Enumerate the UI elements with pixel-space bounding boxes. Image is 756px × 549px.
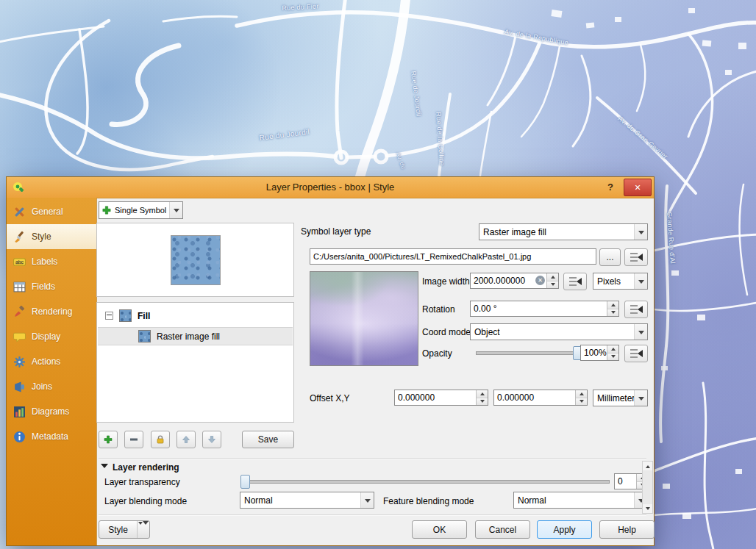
sidebar-item-rendering[interactable]: Rendering <box>7 299 96 324</box>
coord-mode-value: Object <box>471 327 634 337</box>
browse-button[interactable]: ... <box>599 248 621 266</box>
help-button[interactable]: ? <box>602 180 618 195</box>
layer-properties-dialog: Layer Properties - bbox | Style ? ✕ Gene… <box>6 176 655 546</box>
image-path-input[interactable] <box>310 248 596 265</box>
raster-fill-symbol-icon <box>138 330 151 342</box>
data-defined-button[interactable] <box>563 273 587 290</box>
help-button-footer[interactable]: Help <box>599 520 655 539</box>
sidebar-item-metadata[interactable]: Metadata <box>7 424 96 449</box>
spin-down-button[interactable] <box>477 398 488 406</box>
coord-mode-combo[interactable]: Object <box>470 323 648 340</box>
coord-mode-label: Coord mode <box>422 327 471 337</box>
layer-blending-mode-combo[interactable]: Normal <box>240 492 374 509</box>
offset-unit-combo[interactable]: Millimeter <box>593 390 648 406</box>
symbol-layer-type-combo[interactable]: Raster image fill <box>479 223 648 240</box>
layer-rendering-header[interactable]: Layer rendering <box>101 462 179 473</box>
up-arrow-icon <box>181 434 191 445</box>
spin-up-button[interactable] <box>607 345 618 353</box>
sidebar-item-general[interactable]: General <box>7 199 96 224</box>
style-menu-button[interactable]: Style <box>99 520 150 539</box>
data-defined-button[interactable] <box>624 345 648 362</box>
ok-button[interactable]: OK <box>412 520 467 539</box>
sidebar-item-joins[interactable]: Joins <box>7 374 96 399</box>
opacity-value: 100% <box>581 345 607 360</box>
slider-handle[interactable] <box>240 475 250 489</box>
spin-down-button[interactable] <box>547 281 558 289</box>
style-menu-label: Style <box>99 525 137 535</box>
single-symbol-icon <box>102 206 111 215</box>
sidebar-item-actions[interactable]: Actions <box>7 349 96 374</box>
image-width-unit-combo[interactable]: Pixels <box>593 273 648 290</box>
add-symbol-layer-button[interactable] <box>99 431 118 448</box>
image-width-label: Image width <box>422 276 470 287</box>
spin-up-button[interactable] <box>477 390 488 398</box>
opacity-slider[interactable] <box>474 345 582 360</box>
paintbrush-icon <box>13 231 26 243</box>
offset-unit-value: Millimeter <box>593 393 634 403</box>
spin-down-button[interactable] <box>607 309 618 317</box>
lock-button[interactable] <box>151 431 170 448</box>
close-button[interactable]: ✕ <box>624 179 652 196</box>
cancel-button[interactable]: Cancel <box>475 520 530 539</box>
sidebar-item-display[interactable]: Display <box>7 324 96 349</box>
opacity-spinbox[interactable]: 100% <box>580 345 619 361</box>
table-fields-icon <box>13 281 26 293</box>
chevron-down-icon <box>634 324 647 340</box>
sidebar-item-diagrams[interactable]: Diagrams <box>7 399 96 424</box>
apply-button[interactable]: Apply <box>537 520 592 539</box>
symbol-preview-swatch <box>171 235 221 285</box>
chevron-down-icon <box>634 390 647 406</box>
sidebar-item-fields[interactable]: Fields <box>7 274 96 299</box>
scroll-up-button[interactable] <box>643 462 652 470</box>
scrollbar[interactable] <box>642 461 653 514</box>
sidebar-item-style[interactable]: Style <box>7 224 96 249</box>
lock-icon <box>155 434 165 445</box>
sidebar-label: Display <box>32 331 60 342</box>
slider-track <box>241 480 610 484</box>
renderer-combo[interactable]: Single Symbol <box>99 201 183 219</box>
sidebar-label: General <box>32 207 63 217</box>
feature-blending-mode-value: Normal <box>514 495 634 506</box>
move-down-button[interactable] <box>202 431 221 448</box>
data-defined-button[interactable] <box>624 248 648 266</box>
tree-item-fill[interactable]: Fill <box>98 307 293 324</box>
rotation-value: 0.00 ° <box>471 301 607 316</box>
offset-x-spinbox[interactable]: 0.000000 <box>394 390 488 406</box>
layer-transparency-slider[interactable] <box>240 474 611 489</box>
tree-item-label: Raster image fill <box>157 331 220 342</box>
chevron-down-icon <box>634 273 647 289</box>
opacity-label: Opacity <box>422 348 452 359</box>
spin-down-button[interactable] <box>576 398 587 406</box>
render-brush-icon <box>13 306 26 318</box>
feature-blending-mode-combo[interactable]: Normal <box>513 492 648 509</box>
image-width-spinbox[interactable]: 2000.000000 <box>470 273 559 289</box>
sidebar-item-labels[interactable]: abc Labels <box>7 249 96 274</box>
feature-blending-mode-label: Feature blending mode <box>383 496 474 506</box>
offset-y-value: 0.000000 <box>494 390 575 405</box>
spin-up-button[interactable] <box>607 301 618 309</box>
clear-icon[interactable] <box>535 276 545 285</box>
svg-text:abc: abc <box>15 259 24 265</box>
spin-down-button[interactable] <box>607 353 618 361</box>
spin-up-button[interactable] <box>576 390 587 398</box>
chevron-down-icon <box>360 492 374 508</box>
save-symbol-button[interactable]: Save <box>242 431 294 448</box>
tree-item-raster-image-fill[interactable]: Raster image fill <box>98 327 293 345</box>
symbol-preview-panel <box>96 223 294 297</box>
data-defined-icon <box>630 253 643 262</box>
move-up-button[interactable] <box>176 431 196 448</box>
scroll-down-button[interactable] <box>643 504 652 513</box>
tree-expander-icon[interactable] <box>105 312 113 320</box>
spin-arrows <box>607 345 618 360</box>
collapse-triangle-icon <box>101 464 108 472</box>
symbol-layer-type-label: Symbol layer type <box>301 226 371 237</box>
remove-symbol-layer-button[interactable] <box>124 431 143 448</box>
title-bar[interactable]: Layer Properties - bbox | Style ? ✕ <box>7 177 654 198</box>
rotation-spinbox[interactable]: 0.00 ° <box>470 301 619 317</box>
bar-chart-icon <box>13 406 26 418</box>
sidebar-label: Rendering <box>32 306 72 317</box>
separator <box>99 458 646 459</box>
offset-y-spinbox[interactable]: 0.000000 <box>493 390 588 406</box>
spin-up-button[interactable] <box>547 273 558 281</box>
data-defined-button[interactable] <box>624 301 648 318</box>
